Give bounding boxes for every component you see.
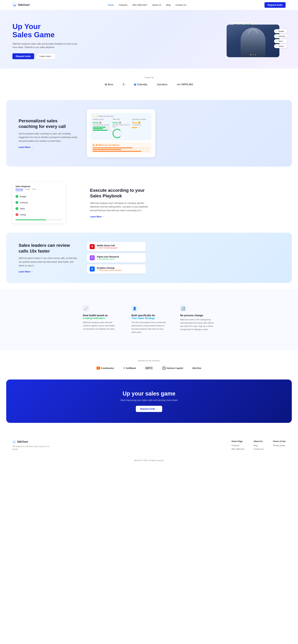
reviews-heading: Sales leaders can review calls 10x faste… [19, 242, 78, 254]
cta-banner: Up your sales game Start improving your … [6, 380, 292, 423]
investor-softbank: ≡ SoftBank [123, 366, 136, 370]
harlem-h-icon: H [162, 366, 166, 370]
nav-link-contact[interactable]: Contact Us [175, 4, 186, 6]
investors-logos: Y Combinator ≡ SoftBank GFC H Harlem Cap… [12, 366, 286, 370]
person-icon: 👤 [133, 306, 137, 310]
sales-strategy-title: Built specifically for Your Sales Strate… [132, 314, 166, 320]
vid-dot-1 [250, 54, 251, 55]
hero-description: SilkChart analyzes sales calls and provi… [12, 42, 78, 49]
deal-health-desc: SilkChart analyzes each call and surface… [83, 321, 118, 330]
hero-buttons: Request Invite Learn more › [12, 53, 78, 59]
feature-deal-health: 📈 Deal health based on Leading Indicator… [79, 302, 122, 338]
check-green-icon: ✓ [15, 195, 18, 198]
footer-link-contact[interactable]: Contact Us [254, 448, 264, 450]
footer-brand: SilkChart 535 Mission St 14th floor, San… [12, 440, 50, 451]
logo-juicebox: Juicebox [157, 83, 167, 86]
bant-badges: ✓ Budget ✓ Authority ✓ Need ✓ Timing [274, 29, 287, 48]
bant-need-label: Need [279, 40, 283, 42]
hero-video-mock [227, 24, 279, 57]
footer-link-why-silkchart[interactable]: Why SilkChart [232, 448, 244, 450]
features-grid: 📈 Deal health based on Leading Indicator… [79, 302, 219, 338]
check-icon: ✓ [276, 35, 278, 38]
nav-link-about[interactable]: About Us [152, 4, 161, 6]
playbook-item-authority-label: Authority [20, 202, 28, 204]
reviews-section: Sales leaders can review calls 10x faste… [6, 233, 292, 283]
coaching-text: Personalized sales coaching for every ca… [19, 118, 78, 148]
call-netflix: N Netflix Demo Call ⚠ Start Contacting a… [87, 242, 146, 251]
footer-link-privacy[interactable]: Privacy policy [273, 444, 286, 447]
nav-link-features[interactable]: Features [119, 4, 128, 6]
playbook-card-title: Sales Playbook [15, 185, 62, 188]
site-logo[interactable]: SilkChart [12, 3, 30, 7]
no-process-desc: SilkChart works in the background, autom… [180, 318, 215, 331]
footer-logo-text: SilkChart [17, 440, 28, 443]
investor-harlem-capital: H Harlem Capital [162, 366, 183, 370]
speech-pace-value: Great 🎉 [93, 121, 110, 124]
coaching-metrics-row: Speech pace Great 🎉 120 words per minute… [93, 118, 149, 138]
logo-icon [12, 3, 17, 7]
nav-request-invite-button[interactable]: Request Invite [265, 2, 286, 8]
footer-logo: SilkChart [12, 440, 50, 444]
speech-pace-bar [93, 127, 110, 131]
footer-link-blog[interactable]: Blog [254, 444, 264, 447]
reviews-card: N Netflix Demo Call ⚠ Start Contacting a… [87, 242, 155, 274]
nav-link-home[interactable]: Home [108, 4, 114, 6]
bant-budget-label: Budget [279, 30, 284, 32]
trusted-label: Trusted by [12, 76, 286, 79]
sparkle-icon: ✨ [93, 115, 95, 117]
talk-ratio-sub: Speaker spoke 50% of time [113, 124, 130, 128]
what-did-well-title: ✨ ✨ What you did well [93, 115, 149, 117]
playbook-tab-2[interactable]: Team [32, 188, 36, 191]
footer: SilkChart 535 Mission St 14th floor, San… [0, 432, 298, 466]
dropbox-call-name: Dropbox Closing [97, 267, 143, 269]
refresh-icon: 🔄 [181, 306, 185, 310]
dropbox-logo: D [90, 266, 95, 272]
playbook-learn-more[interactable]: Learn More → [90, 216, 105, 218]
vid-dot-green [255, 54, 256, 55]
investor-gfc: GFC [146, 366, 153, 370]
nav-link-blog[interactable]: Blog [166, 4, 170, 6]
investor-ycombinator: Y Combinator [97, 366, 114, 370]
improve-title: 🔥 🔥 Where you can improve [93, 144, 149, 146]
reviews-learn-more[interactable]: Learn More → [19, 270, 33, 273]
coaching-learn-more[interactable]: Learn More → [19, 146, 33, 148]
talk-ratio-value: Great 🎉 [113, 121, 130, 124]
x-icon: ✓ [276, 45, 278, 48]
check-green-icon: ✓ [15, 201, 18, 204]
copyright: SilkChart © 2023. All rights reserved. [134, 460, 164, 462]
playbook-tab-0[interactable]: Overview [15, 188, 23, 191]
hero-learn-more-button[interactable]: Learn more › [36, 53, 56, 59]
footer-col-1-heading: Home Page [232, 440, 244, 442]
hero-request-invite-button[interactable]: Request Invite [12, 53, 34, 59]
coaching-heading: Personalized sales coaching for every ca… [19, 118, 78, 130]
softbank-lines-icon: ≡ [123, 366, 125, 370]
footer-link-features[interactable]: Features [232, 444, 244, 447]
logo-calendly: ◉ Calendly [134, 83, 148, 86]
figma-status: ★ Everything is great [97, 258, 143, 260]
deal-health-title: Deal health based on Leading Indicators [83, 314, 118, 320]
questions-sub: 5 questions [132, 124, 149, 126]
bant-timing-label: Timing [279, 45, 284, 47]
reviews-desc: SilkChart gives leaders X-ray vision acr… [19, 256, 78, 268]
nav-link-why[interactable]: Why SilkChart? [132, 4, 147, 6]
sales-strategy-icon: 👤 [132, 305, 138, 312]
playbook-item-budget-label: Budget [20, 195, 26, 198]
footer-col-1: Home Page Features Why SilkChart [232, 440, 244, 452]
trusted-section: Trusted by ⊞ Brex 𝕏 ◉ Calendly Juicebox … [0, 68, 298, 94]
footer-col-3: Terms of Use Privacy policy [273, 440, 286, 452]
bant-need: ✓ Need [274, 39, 287, 43]
netflix-status: ⚠ Start Contacting again [97, 247, 143, 249]
cta-request-invite-button[interactable]: Request invite → [136, 406, 162, 412]
chart-icon: 📈 [84, 306, 88, 310]
playbook-progress-bar [15, 220, 62, 220]
investors-label: Backed by top investors [12, 360, 286, 362]
video-controls [250, 54, 256, 55]
footer-top: SilkChart 535 Mission St 14th floor, San… [12, 440, 286, 452]
rippling-icon: ⋈⋈ [177, 84, 180, 86]
brex-icon: ⊞ [105, 83, 107, 86]
logo-brex: ⊞ Brex [105, 83, 113, 86]
vid-dot-red [253, 54, 254, 55]
playbook-tab-1[interactable]: Details [25, 188, 30, 191]
logo-x: 𝕏 [123, 83, 125, 86]
call-dropbox: D Dropbox Closing ⚠ Need sales leader at… [87, 264, 146, 274]
